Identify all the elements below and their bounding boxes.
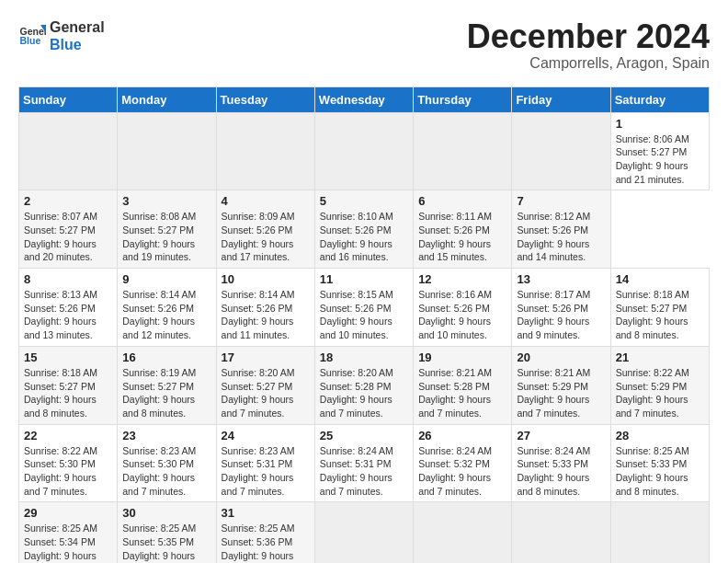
week-row-4: 22Sunrise: 8:22 AMSunset: 5:30 PMDayligh… [19, 424, 710, 502]
week-row-0: 1Sunrise: 8:06 AMSunset: 5:27 PMDaylight… [19, 112, 710, 190]
header-tuesday: Tuesday [216, 86, 314, 112]
calendar-cell: 16Sunrise: 8:19 AMSunset: 5:27 PMDayligh… [118, 346, 216, 424]
header-wednesday: Wednesday [314, 86, 413, 112]
logo-general: General [50, 18, 105, 36]
calendar-cell: 22Sunrise: 8:22 AMSunset: 5:30 PMDayligh… [19, 424, 118, 502]
calendar-cell: 7Sunrise: 8:12 AMSunset: 5:26 PMDaylight… [512, 190, 610, 269]
calendar-cell: 13Sunrise: 8:17 AMSunset: 5:26 PMDayligh… [512, 269, 610, 347]
calendar-cell: 4Sunrise: 8:09 AMSunset: 5:26 PMDaylight… [216, 190, 314, 269]
logo-blue: Blue [50, 36, 105, 53]
calendar-cell: 14Sunrise: 8:18 AMSunset: 5:27 PMDayligh… [610, 269, 709, 347]
calendar-cell: 21Sunrise: 8:22 AMSunset: 5:29 PMDayligh… [610, 346, 709, 424]
header-row: SundayMondayTuesdayWednesdayThursdayFrid… [19, 86, 710, 112]
calendar-cell: 17Sunrise: 8:20 AMSunset: 5:27 PMDayligh… [216, 346, 314, 424]
week-row-3: 15Sunrise: 8:18 AMSunset: 5:27 PMDayligh… [19, 346, 710, 424]
header-thursday: Thursday [414, 86, 512, 112]
calendar-table: SundayMondayTuesdayWednesdayThursdayFrid… [18, 86, 710, 563]
calendar-cell: 24Sunrise: 8:23 AMSunset: 5:31 PMDayligh… [216, 424, 314, 502]
calendar-cell: 18Sunrise: 8:20 AMSunset: 5:28 PMDayligh… [314, 346, 413, 424]
calendar-cell: 19Sunrise: 8:21 AMSunset: 5:28 PMDayligh… [414, 346, 512, 424]
logo-icon: General Blue [18, 22, 46, 50]
calendar-cell: 20Sunrise: 8:21 AMSunset: 5:29 PMDayligh… [512, 346, 610, 424]
calendar-cell: 31Sunrise: 8:25 AMSunset: 5:36 PMDayligh… [216, 502, 314, 563]
empty-cell [314, 502, 413, 563]
empty-cell [314, 112, 413, 190]
page-header: General Blue General Blue General Blue D… [18, 18, 710, 72]
calendar-cell: 28Sunrise: 8:25 AMSunset: 5:33 PMDayligh… [610, 424, 709, 502]
empty-cell [118, 112, 216, 190]
logo: General Blue General Blue General Blue [18, 18, 105, 53]
header-sunday: Sunday [19, 86, 118, 112]
calendar-cell: 15Sunrise: 8:18 AMSunset: 5:27 PMDayligh… [19, 346, 118, 424]
calendar-cell: 30Sunrise: 8:25 AMSunset: 5:35 PMDayligh… [118, 502, 216, 563]
svg-text:Blue: Blue [20, 35, 41, 46]
empty-cell [414, 112, 512, 190]
empty-cell [512, 112, 610, 190]
empty-cell [216, 112, 314, 190]
calendar-cell: 26Sunrise: 8:24 AMSunset: 5:32 PMDayligh… [414, 424, 512, 502]
header-saturday: Saturday [610, 86, 709, 112]
week-row-5: 29Sunrise: 8:25 AMSunset: 5:34 PMDayligh… [19, 502, 710, 563]
calendar-cell: 25Sunrise: 8:24 AMSunset: 5:31 PMDayligh… [314, 424, 413, 502]
week-row-1: 2Sunrise: 8:07 AMSunset: 5:27 PMDaylight… [19, 190, 710, 269]
calendar-cell: 23Sunrise: 8:23 AMSunset: 5:30 PMDayligh… [118, 424, 216, 502]
empty-cell [512, 502, 610, 563]
calendar-cell: 9Sunrise: 8:14 AMSunset: 5:26 PMDaylight… [118, 269, 216, 347]
calendar-cell: 11Sunrise: 8:15 AMSunset: 5:26 PMDayligh… [314, 269, 413, 347]
header-friday: Friday [512, 86, 610, 112]
calendar-cell: 10Sunrise: 8:14 AMSunset: 5:26 PMDayligh… [216, 269, 314, 347]
calendar-cell: 12Sunrise: 8:16 AMSunset: 5:26 PMDayligh… [414, 269, 512, 347]
empty-cell [414, 502, 512, 563]
empty-cell [19, 112, 118, 190]
calendar-cell: 6Sunrise: 8:11 AMSunset: 5:26 PMDaylight… [414, 190, 512, 269]
header-monday: Monday [118, 86, 216, 112]
week-row-2: 8Sunrise: 8:13 AMSunset: 5:26 PMDaylight… [19, 269, 710, 347]
title-area: December 2024 Camporrells, Aragon, Spain [467, 18, 710, 72]
calendar-cell: 5Sunrise: 8:10 AMSunset: 5:26 PMDaylight… [314, 190, 413, 269]
calendar-cell: 8Sunrise: 8:13 AMSunset: 5:26 PMDaylight… [19, 269, 118, 347]
calendar-cell: 27Sunrise: 8:24 AMSunset: 5:33 PMDayligh… [512, 424, 610, 502]
calendar-cell: 3Sunrise: 8:08 AMSunset: 5:27 PMDaylight… [118, 190, 216, 269]
calendar-cell: 1Sunrise: 8:06 AMSunset: 5:27 PMDaylight… [610, 112, 709, 190]
calendar-cell: 29Sunrise: 8:25 AMSunset: 5:34 PMDayligh… [19, 502, 118, 563]
calendar-cell: 2Sunrise: 8:07 AMSunset: 5:27 PMDaylight… [19, 190, 118, 269]
month-title: December 2024 [467, 18, 710, 55]
empty-cell [610, 502, 709, 563]
location: Camporrells, Aragon, Spain [467, 55, 710, 72]
